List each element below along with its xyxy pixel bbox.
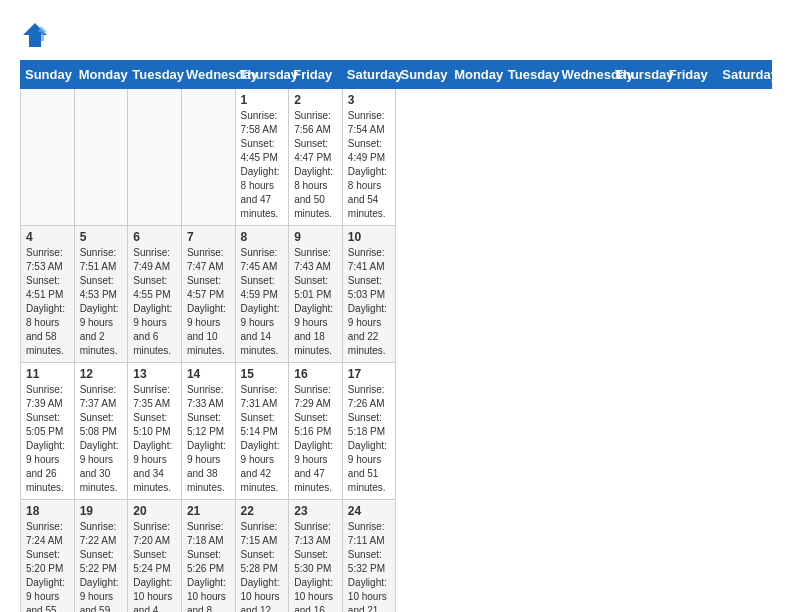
- day-number: 1: [241, 93, 284, 107]
- calendar-cell: 10Sunrise: 7:41 AM Sunset: 5:03 PM Dayli…: [342, 226, 396, 363]
- calendar-table: SundayMondayTuesdayWednesdayThursdayFrid…: [20, 60, 772, 612]
- day-info: Sunrise: 7:26 AM Sunset: 5:18 PM Dayligh…: [348, 383, 391, 495]
- logo: [20, 20, 54, 50]
- calendar-cell: 9Sunrise: 7:43 AM Sunset: 5:01 PM Daylig…: [289, 226, 343, 363]
- day-number: 16: [294, 367, 337, 381]
- day-info: Sunrise: 7:45 AM Sunset: 4:59 PM Dayligh…: [241, 246, 284, 358]
- day-info: Sunrise: 7:31 AM Sunset: 5:14 PM Dayligh…: [241, 383, 284, 495]
- calendar-cell: [128, 89, 182, 226]
- day-info: Sunrise: 7:11 AM Sunset: 5:32 PM Dayligh…: [348, 520, 391, 612]
- day-number: 18: [26, 504, 69, 518]
- day-number: 12: [80, 367, 123, 381]
- day-number: 21: [187, 504, 230, 518]
- calendar-cell: 6Sunrise: 7:49 AM Sunset: 4:55 PM Daylig…: [128, 226, 182, 363]
- calendar-cell: 1Sunrise: 7:58 AM Sunset: 4:45 PM Daylig…: [235, 89, 289, 226]
- calendar-cell: 21Sunrise: 7:18 AM Sunset: 5:26 PM Dayli…: [181, 500, 235, 613]
- day-header-thursday: Thursday: [611, 61, 665, 89]
- calendar-week-1: 1Sunrise: 7:58 AM Sunset: 4:45 PM Daylig…: [21, 89, 772, 226]
- day-header-friday: Friday: [664, 61, 718, 89]
- calendar-cell: 8Sunrise: 7:45 AM Sunset: 4:59 PM Daylig…: [235, 226, 289, 363]
- calendar-cell: 24Sunrise: 7:11 AM Sunset: 5:32 PM Dayli…: [342, 500, 396, 613]
- day-header-friday: Friday: [289, 61, 343, 89]
- calendar-cell: 2Sunrise: 7:56 AM Sunset: 4:47 PM Daylig…: [289, 89, 343, 226]
- day-info: Sunrise: 7:13 AM Sunset: 5:30 PM Dayligh…: [294, 520, 337, 612]
- day-number: 24: [348, 504, 391, 518]
- day-info: Sunrise: 7:22 AM Sunset: 5:22 PM Dayligh…: [80, 520, 123, 612]
- day-info: Sunrise: 7:20 AM Sunset: 5:24 PM Dayligh…: [133, 520, 176, 612]
- day-number: 9: [294, 230, 337, 244]
- day-number: 7: [187, 230, 230, 244]
- calendar-cell: [74, 89, 128, 226]
- calendar-cell: 11Sunrise: 7:39 AM Sunset: 5:05 PM Dayli…: [21, 363, 75, 500]
- day-header-tuesday: Tuesday: [503, 61, 557, 89]
- day-info: Sunrise: 7:49 AM Sunset: 4:55 PM Dayligh…: [133, 246, 176, 358]
- day-number: 4: [26, 230, 69, 244]
- calendar-cell: 22Sunrise: 7:15 AM Sunset: 5:28 PM Dayli…: [235, 500, 289, 613]
- day-number: 8: [241, 230, 284, 244]
- day-info: Sunrise: 7:56 AM Sunset: 4:47 PM Dayligh…: [294, 109, 337, 221]
- day-number: 10: [348, 230, 391, 244]
- day-header-monday: Monday: [74, 61, 128, 89]
- day-number: 15: [241, 367, 284, 381]
- day-number: 13: [133, 367, 176, 381]
- day-info: Sunrise: 7:15 AM Sunset: 5:28 PM Dayligh…: [241, 520, 284, 612]
- calendar-week-3: 11Sunrise: 7:39 AM Sunset: 5:05 PM Dayli…: [21, 363, 772, 500]
- day-info: Sunrise: 7:35 AM Sunset: 5:10 PM Dayligh…: [133, 383, 176, 495]
- calendar-week-4: 18Sunrise: 7:24 AM Sunset: 5:20 PM Dayli…: [21, 500, 772, 613]
- calendar-cell: 5Sunrise: 7:51 AM Sunset: 4:53 PM Daylig…: [74, 226, 128, 363]
- day-header-wednesday: Wednesday: [557, 61, 611, 89]
- calendar-cell: [21, 89, 75, 226]
- calendar-cell: 19Sunrise: 7:22 AM Sunset: 5:22 PM Dayli…: [74, 500, 128, 613]
- day-info: Sunrise: 7:54 AM Sunset: 4:49 PM Dayligh…: [348, 109, 391, 221]
- day-number: 6: [133, 230, 176, 244]
- day-header-thursday: Thursday: [235, 61, 289, 89]
- day-info: Sunrise: 7:41 AM Sunset: 5:03 PM Dayligh…: [348, 246, 391, 358]
- day-number: 2: [294, 93, 337, 107]
- day-info: Sunrise: 7:51 AM Sunset: 4:53 PM Dayligh…: [80, 246, 123, 358]
- day-header-sunday: Sunday: [21, 61, 75, 89]
- day-number: 17: [348, 367, 391, 381]
- day-number: 5: [80, 230, 123, 244]
- calendar-week-2: 4Sunrise: 7:53 AM Sunset: 4:51 PM Daylig…: [21, 226, 772, 363]
- day-header-wednesday: Wednesday: [181, 61, 235, 89]
- day-number: 3: [348, 93, 391, 107]
- day-number: 11: [26, 367, 69, 381]
- day-info: Sunrise: 7:33 AM Sunset: 5:12 PM Dayligh…: [187, 383, 230, 495]
- calendar-cell: 18Sunrise: 7:24 AM Sunset: 5:20 PM Dayli…: [21, 500, 75, 613]
- day-number: 23: [294, 504, 337, 518]
- calendar-header-row: SundayMondayTuesdayWednesdayThursdayFrid…: [21, 61, 772, 89]
- day-number: 20: [133, 504, 176, 518]
- page-header: [20, 20, 772, 50]
- day-number: 22: [241, 504, 284, 518]
- calendar-cell: 13Sunrise: 7:35 AM Sunset: 5:10 PM Dayli…: [128, 363, 182, 500]
- calendar-cell: 3Sunrise: 7:54 AM Sunset: 4:49 PM Daylig…: [342, 89, 396, 226]
- day-header-tuesday: Tuesday: [128, 61, 182, 89]
- day-info: Sunrise: 7:39 AM Sunset: 5:05 PM Dayligh…: [26, 383, 69, 495]
- day-header-saturday: Saturday: [342, 61, 396, 89]
- calendar-cell: 12Sunrise: 7:37 AM Sunset: 5:08 PM Dayli…: [74, 363, 128, 500]
- day-number: 19: [80, 504, 123, 518]
- day-number: 14: [187, 367, 230, 381]
- calendar-cell: 17Sunrise: 7:26 AM Sunset: 5:18 PM Dayli…: [342, 363, 396, 500]
- calendar-cell: 4Sunrise: 7:53 AM Sunset: 4:51 PM Daylig…: [21, 226, 75, 363]
- day-info: Sunrise: 7:47 AM Sunset: 4:57 PM Dayligh…: [187, 246, 230, 358]
- calendar-cell: 23Sunrise: 7:13 AM Sunset: 5:30 PM Dayli…: [289, 500, 343, 613]
- day-info: Sunrise: 7:29 AM Sunset: 5:16 PM Dayligh…: [294, 383, 337, 495]
- day-header-saturday: Saturday: [718, 61, 772, 89]
- calendar-cell: 16Sunrise: 7:29 AM Sunset: 5:16 PM Dayli…: [289, 363, 343, 500]
- logo-icon: [20, 20, 50, 50]
- day-info: Sunrise: 7:18 AM Sunset: 5:26 PM Dayligh…: [187, 520, 230, 612]
- day-header-sunday: Sunday: [396, 61, 450, 89]
- day-info: Sunrise: 7:58 AM Sunset: 4:45 PM Dayligh…: [241, 109, 284, 221]
- calendar-cell: [181, 89, 235, 226]
- day-info: Sunrise: 7:24 AM Sunset: 5:20 PM Dayligh…: [26, 520, 69, 612]
- calendar-cell: 15Sunrise: 7:31 AM Sunset: 5:14 PM Dayli…: [235, 363, 289, 500]
- calendar-cell: 14Sunrise: 7:33 AM Sunset: 5:12 PM Dayli…: [181, 363, 235, 500]
- day-info: Sunrise: 7:53 AM Sunset: 4:51 PM Dayligh…: [26, 246, 69, 358]
- calendar-cell: 20Sunrise: 7:20 AM Sunset: 5:24 PM Dayli…: [128, 500, 182, 613]
- calendar-cell: 7Sunrise: 7:47 AM Sunset: 4:57 PM Daylig…: [181, 226, 235, 363]
- day-header-monday: Monday: [450, 61, 504, 89]
- day-info: Sunrise: 7:37 AM Sunset: 5:08 PM Dayligh…: [80, 383, 123, 495]
- day-info: Sunrise: 7:43 AM Sunset: 5:01 PM Dayligh…: [294, 246, 337, 358]
